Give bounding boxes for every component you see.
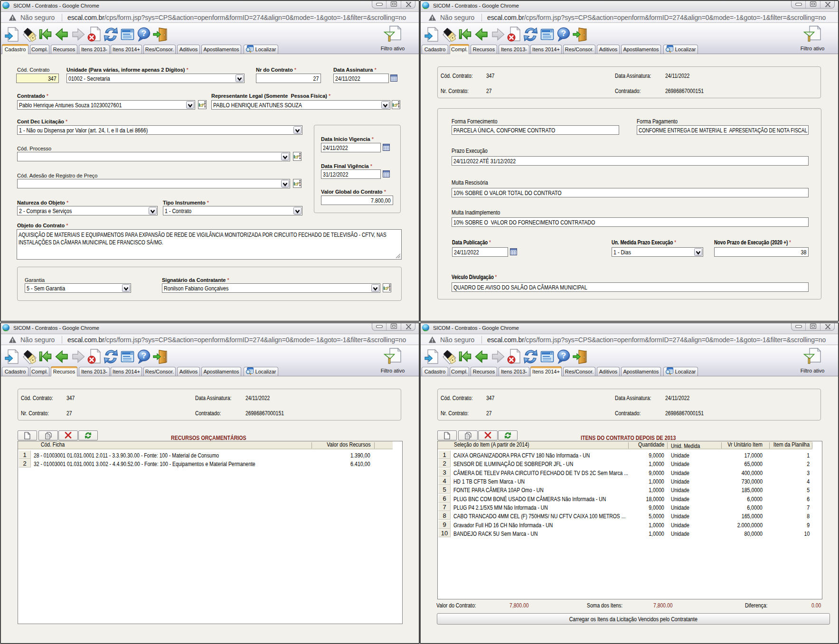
svg-text:?: ?: [561, 29, 566, 38]
svg-text:?: ?: [141, 29, 146, 38]
svg-text:?: ?: [141, 351, 146, 360]
svg-text:?: ?: [561, 351, 566, 360]
